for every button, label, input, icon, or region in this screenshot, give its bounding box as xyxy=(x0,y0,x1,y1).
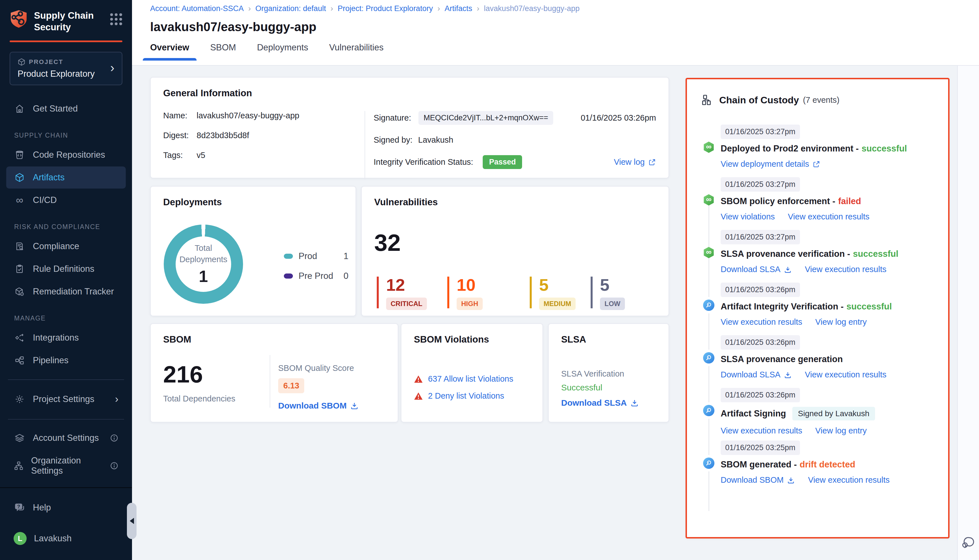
sidebar-collapse-handle[interactable] xyxy=(127,503,137,539)
digest-label: Digest: xyxy=(163,131,197,140)
layers-icon xyxy=(13,433,25,443)
sidebar-item-label: Project Settings xyxy=(33,394,94,404)
slsa-verification-label: SLSA Verification xyxy=(561,369,624,378)
view-execution-results-link[interactable]: View execution results xyxy=(788,212,869,222)
sidebar-item-compliance[interactable]: Compliance xyxy=(6,235,126,257)
sbom-card: SBOM 216 Total Dependencies SBOM Quality… xyxy=(150,323,398,422)
chain-of-custody-title: Chain of Custody xyxy=(719,95,799,106)
signed-by-badge: Signed by Lavakush xyxy=(792,407,875,420)
chevron-separator-icon: › xyxy=(438,4,440,13)
sidebar-item-pipelines[interactable]: Pipelines xyxy=(6,349,126,372)
coc-event-slsa-generation: 01/16/2025 03:26pm SLSA provenance gener… xyxy=(687,335,948,388)
view-log-entry-link[interactable]: View log entry xyxy=(815,426,867,435)
tags-label: Tags: xyxy=(163,151,197,160)
scan-magnifier-icon xyxy=(703,458,714,469)
tab-vulnerabilities[interactable]: Vulnerabilities xyxy=(322,42,391,60)
view-execution-results-link[interactable]: View execution results xyxy=(808,475,889,485)
event-timestamp: 01/16/2025 03:25pm xyxy=(721,440,800,455)
tab-deployments[interactable]: Deployments xyxy=(250,42,316,60)
integrity-status-label: Integrity Verification Status: xyxy=(374,157,473,167)
deny-list-violations-link[interactable]: 2 Deny list Violations xyxy=(428,391,504,401)
sbom-total-dependencies: 216 xyxy=(163,361,203,388)
severity-badge: MEDIUM xyxy=(539,298,576,310)
legend-item-prod: Prod 1 xyxy=(284,251,348,261)
breadcrumb-organization[interactable]: Organization: default xyxy=(256,4,326,13)
view-execution-results-link[interactable]: View execution results xyxy=(805,370,886,379)
view-deployment-details-link[interactable]: View deployment details xyxy=(721,159,820,169)
view-log-link[interactable]: View log xyxy=(614,157,656,167)
sidebar-item-label: Pipelines xyxy=(33,355,68,365)
view-execution-results-link[interactable]: View execution results xyxy=(721,317,802,327)
sidebar-item-account-settings[interactable]: Account Settings xyxy=(6,427,126,449)
download-icon xyxy=(350,402,359,410)
home-icon xyxy=(13,104,25,113)
deployments-donut-chart: Total Deployments 1 xyxy=(164,225,243,304)
event-timestamp: 01/16/2025 03:27pm xyxy=(721,177,800,192)
main-area: Account: Automation-SSCA › Organization:… xyxy=(132,0,979,560)
view-execution-results-link[interactable]: View execution results xyxy=(805,265,886,274)
chain-of-custody-panel: Chain of Custody (7 events) ∞ 01/16/2025… xyxy=(685,78,949,538)
chevron-separator-icon: › xyxy=(331,4,333,13)
breadcrumb-account[interactable]: Account: Automation-SSCA xyxy=(150,4,244,13)
sidebar-item-integrations[interactable]: Integrations xyxy=(6,327,126,349)
download-icon xyxy=(630,398,639,407)
coc-event-sbom-generated: 01/16/2025 03:25pm SBOM generated - drif… xyxy=(687,440,948,493)
tab-sbom[interactable]: SBOM xyxy=(203,42,243,60)
donut-total-value: 1 xyxy=(199,267,208,286)
nav-section-risk: RISK AND COMPLIANCE xyxy=(14,223,126,231)
clipboard-check-icon xyxy=(13,264,25,274)
sidebar-item-cicd[interactable]: ∞ CI/CD xyxy=(6,189,126,211)
deny-list-violations-row: 2 Deny list Violations xyxy=(414,391,504,401)
sidebar-item-label: Organization Settings xyxy=(31,455,102,476)
breadcrumb-artifacts[interactable]: Artifacts xyxy=(444,4,472,13)
sidebar-item-artifacts[interactable]: Artifacts xyxy=(6,167,126,188)
chevron-separator-icon: › xyxy=(248,4,251,13)
event-timestamp: 01/16/2025 03:26pm xyxy=(721,388,800,402)
signed-by-value: Lavakush xyxy=(418,135,453,145)
coc-event-sbom-policy: ∞ 01/16/2025 03:27pm SBOM policy enforce… xyxy=(687,177,948,230)
user-name: Lavakush xyxy=(34,533,72,543)
card-title: SBOM xyxy=(163,334,385,345)
download-slsa-link[interactable]: Download SLSA xyxy=(721,265,792,274)
sidebar-item-code-repositories[interactable]: Code Repositories xyxy=(6,144,126,166)
chain-of-custody-event-count: (7 events) xyxy=(803,95,839,105)
tab-overview[interactable]: Overview xyxy=(143,42,197,60)
breadcrumb-project[interactable]: Project: Product Exploratory xyxy=(337,4,433,13)
document-search-icon xyxy=(13,242,25,251)
sidebar-user[interactable]: L Lavakush xyxy=(6,526,126,551)
download-slsa-link[interactable]: Download SLSA xyxy=(721,370,792,379)
view-violations-link[interactable]: View violations xyxy=(721,212,775,222)
chevron-right-icon: › xyxy=(115,393,119,405)
collapse-left-arrow-icon xyxy=(130,518,134,524)
coc-event-artifact-integrity: 01/16/2025 03:26pm Artifact Integrity Ve… xyxy=(687,283,948,335)
sidebar-item-organization-settings[interactable]: Organization Settings xyxy=(6,450,126,482)
allow-list-violations-link[interactable]: 637 Allow list Violations xyxy=(428,374,513,383)
chain-of-custody-header: Chain of Custody (7 events) xyxy=(687,79,948,106)
view-log-entry-link[interactable]: View log entry xyxy=(815,317,867,327)
integrations-icon xyxy=(13,333,25,343)
sidebar-item-project-settings[interactable]: Project Settings › xyxy=(6,387,126,411)
card-title: Vulnerabilities xyxy=(374,197,656,208)
project-selector[interactable]: PROJECT Product Exploratory › xyxy=(10,52,122,85)
sidebar-item-remediation-tracker[interactable]: Remediation Tracker xyxy=(6,280,126,303)
sidebar-item-get-started[interactable]: Get Started xyxy=(6,98,126,120)
download-icon xyxy=(784,371,792,379)
download-sbom-link[interactable]: Download SBOM xyxy=(278,401,359,410)
sidebar-item-label: Integrations xyxy=(33,333,79,343)
app-switcher-grid-icon[interactable] xyxy=(110,13,122,25)
sidebar-item-help[interactable]: ? Help xyxy=(6,497,126,519)
content-area: General Information Name: lavakush07/eas… xyxy=(132,66,979,560)
sidebar-item-rule-definitions[interactable]: Rule Definitions xyxy=(6,258,126,280)
view-execution-results-link[interactable]: View execution results xyxy=(721,426,802,435)
download-slsa-link[interactable]: Download SLSA xyxy=(561,398,639,408)
sidebar-nav: Get Started SUPPLY CHAIN Code Repositori… xyxy=(0,98,132,488)
deployments-card: Deployments Total Deployments 1 Prod 1 P… xyxy=(150,186,356,316)
sbom-total-label: Total Dependencies xyxy=(163,394,236,403)
coc-event-deployed-prod2: ∞ 01/16/2025 03:27pm Deployed to Prod2 e… xyxy=(687,125,948,177)
app-title: Supply Chain Security xyxy=(34,10,99,33)
scan-magnifier-icon xyxy=(703,300,714,311)
download-sbom-link[interactable]: Download SBOM xyxy=(721,475,795,485)
user-avatar: L xyxy=(13,532,27,545)
tags-value: v5 xyxy=(197,151,205,160)
support-chat-icon[interactable] xyxy=(961,536,975,550)
